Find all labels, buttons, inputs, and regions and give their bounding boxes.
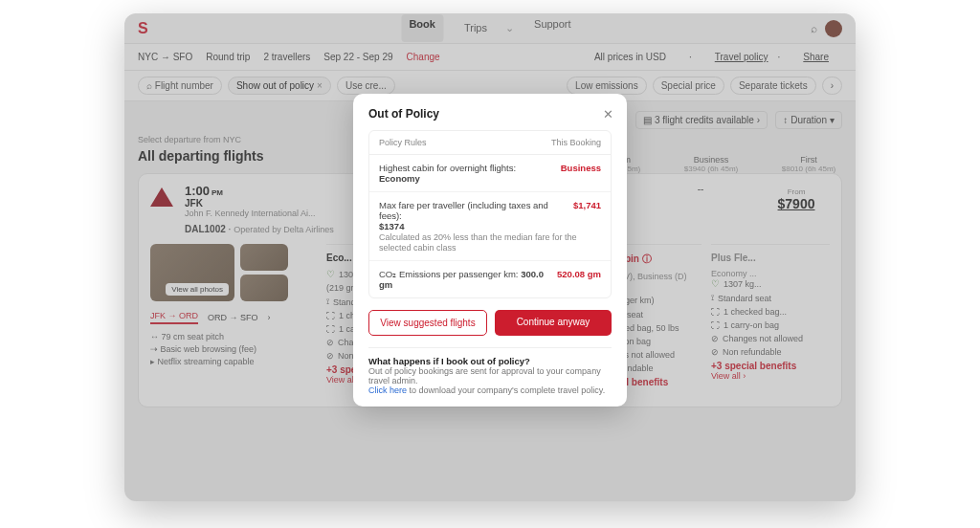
close-icon[interactable]: ✕ (603, 107, 613, 121)
col-this-booking: This Booking (551, 138, 601, 147)
rule-max-fare: $1,741 Max fare per traveller (including… (369, 192, 611, 261)
out-of-policy-modal: Out of Policy ✕ Policy RulesThis Booking… (353, 94, 627, 407)
rule-cabin: Business Highest cabin for overnight fli… (369, 155, 611, 192)
download-policy-link[interactable]: Click here (368, 385, 407, 395)
continue-anyway-button[interactable]: Continue anyway (495, 310, 612, 336)
modal-title: Out of Policy (368, 107, 612, 121)
rule-co2: 520.08 gm CO₂ Emissions per passenger km… (369, 261, 611, 297)
col-policy-rules: Policy Rules (379, 138, 427, 147)
policy-footer-question: What happens if I book out of policy? (368, 356, 530, 366)
policy-footer-text: Out of policy bookings are sent for appr… (368, 366, 601, 385)
view-suggested-button[interactable]: View suggested flights (368, 310, 487, 336)
